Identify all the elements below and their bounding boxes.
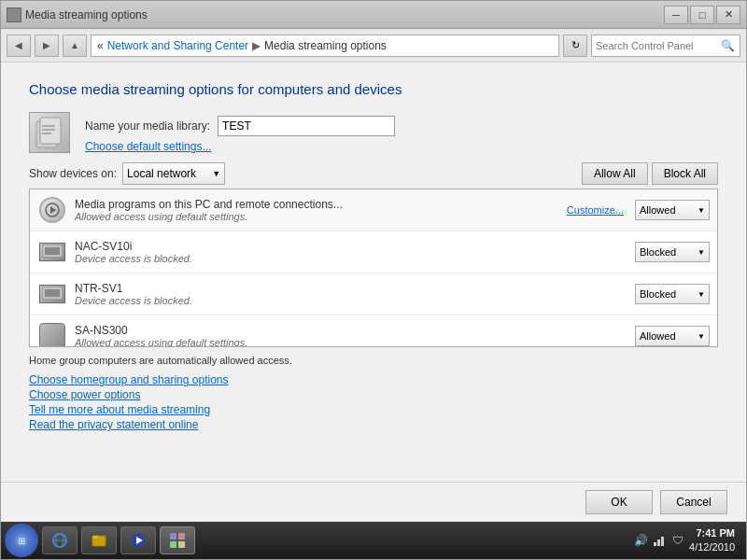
taskbar-ie-button[interactable] <box>42 526 78 554</box>
devices-header-row: Show devices on: Local network ▼ Allow A… <box>29 162 718 185</box>
table-row: SA-NS300 Allowed access using default se… <box>30 315 717 347</box>
page-title: Choose media streaming options for compu… <box>29 81 718 97</box>
device-status-text-1: Device access is blocked. <box>75 253 627 264</box>
window-title: Media streaming options <box>25 8 148 21</box>
back-button[interactable]: ◀ <box>7 35 31 57</box>
main-content: Choose media streaming options for compu… <box>1 63 746 482</box>
status-dropdown-0[interactable]: Allowed ▼ <box>635 200 710 220</box>
forward-button[interactable]: ▶ <box>35 35 59 57</box>
devices-select-arrow: ▼ <box>212 169 220 178</box>
library-name-label: Name your media library: <box>85 119 210 133</box>
link-more-info[interactable]: Tell me more about media streaming <box>29 403 718 416</box>
search-box: 🔍 <box>591 35 740 57</box>
status-dropdown-1[interactable]: Blocked ▼ <box>635 242 710 262</box>
windows-logo-icon: ⊞ <box>13 532 30 549</box>
svg-rect-8 <box>45 247 60 255</box>
taskbar: ⊞ <box>1 522 746 559</box>
network-icon[interactable] <box>652 533 667 548</box>
library-icon <box>29 112 74 157</box>
ok-button[interactable]: OK <box>585 490 653 514</box>
link-power[interactable]: Choose power options <box>29 388 718 401</box>
media-player-svg-icon <box>130 532 147 549</box>
status-dropdown-2[interactable]: Blocked ▼ <box>635 284 710 304</box>
cancel-button[interactable]: Cancel <box>660 490 727 514</box>
breadcrumb-network[interactable]: Network and Sharing Center <box>107 39 248 52</box>
device-customize-link[interactable]: Customize... <box>567 204 624 216</box>
window-icon <box>7 7 21 22</box>
status-dropdown-arrow-1: ▼ <box>698 248 705 257</box>
maximize-button[interactable]: □ <box>690 6 714 24</box>
device-icon-0 <box>37 195 67 225</box>
library-row: Name your media library: Choose default … <box>29 112 718 157</box>
svg-rect-18 <box>92 536 98 539</box>
link-privacy[interactable]: Read the privacy statement online <box>29 418 718 431</box>
status-value-2: Blocked <box>640 288 696 300</box>
minimize-button[interactable]: ─ <box>664 6 688 24</box>
allow-all-button[interactable]: Allow All <box>582 162 648 185</box>
homegroup-note: Home group computers are automatically a… <box>29 355 718 366</box>
svg-rect-21 <box>170 533 176 539</box>
device-info-1: NAC-SV10i Device access is blocked. <box>75 240 627 264</box>
refresh-icon: ↻ <box>571 39 580 51</box>
block-all-button[interactable]: Block All <box>652 162 718 185</box>
device-list: Media programs on this PC and remote con… <box>29 189 718 347</box>
svg-rect-23 <box>170 541 176 548</box>
table-row: NAC-SV10i Device access is blocked. Bloc… <box>30 231 717 273</box>
links-section: Choose homegroup and sharing options Cho… <box>29 373 718 431</box>
address-bar: ◀ ▶ ▲ « Network and Sharing Center ▶ Med… <box>1 29 746 63</box>
status-value-1: Blocked <box>640 246 696 258</box>
device-status-text-0: Allowed access using default settings. <box>75 211 559 222</box>
media-player-icon <box>129 531 148 550</box>
ie-icon <box>50 531 69 550</box>
title-controls: ─ □ ✕ <box>664 6 740 24</box>
svg-rect-10 <box>45 289 60 297</box>
control-panel-icon <box>168 531 187 550</box>
search-icon: 🔍 <box>721 39 735 52</box>
safety-icon[interactable]: 🛡 <box>670 533 685 548</box>
library-icon-img <box>29 112 70 153</box>
library-name-row: Name your media library: <box>85 116 395 136</box>
library-name-input[interactable] <box>218 116 395 136</box>
refresh-button[interactable]: ↻ <box>563 35 587 57</box>
taskbar-control-panel-button[interactable] <box>160 526 195 554</box>
svg-rect-26 <box>657 539 660 546</box>
device-rect-svg-2 <box>42 287 63 301</box>
svg-rect-2 <box>42 125 55 127</box>
address-path: « Network and Sharing Center ▶ Media str… <box>91 35 559 57</box>
status-value-3: Allowed <box>640 330 696 342</box>
status-dropdown-3[interactable]: Allowed ▼ <box>635 326 710 346</box>
title-bar: Media streaming options ─ □ ✕ <box>1 1 746 29</box>
start-button[interactable]: ⊞ <box>5 524 38 557</box>
explorer-svg-icon <box>91 532 107 549</box>
svg-rect-4 <box>42 133 51 134</box>
default-settings-link[interactable]: Choose default settings... <box>85 140 395 153</box>
media-icon <box>45 203 60 217</box>
device-rect-icon-2 <box>39 285 65 303</box>
device-info-0: Media programs on this PC and remote con… <box>75 198 559 222</box>
status-dropdown-arrow-2: ▼ <box>698 290 705 299</box>
volume-icon[interactable]: 🔊 <box>633 533 648 548</box>
device-name-2: NTR-SV1 <box>75 282 627 295</box>
close-button[interactable]: ✕ <box>716 6 740 24</box>
taskbar-media-button[interactable] <box>120 526 156 554</box>
device-icon-1 <box>37 237 67 267</box>
device-name-1: NAC-SV10i <box>75 240 627 253</box>
taskbar-explorer-button[interactable] <box>81 526 117 554</box>
up-button[interactable]: ▲ <box>63 35 87 57</box>
table-row: NTR-SV1 Device access is blocked. Blocke… <box>30 273 717 315</box>
search-input[interactable] <box>596 40 717 51</box>
main-window: Media streaming options ─ □ ✕ ◀ ▶ ▲ « Ne… <box>0 0 747 560</box>
device-rect-svg-1 <box>42 245 63 259</box>
svg-rect-22 <box>178 533 185 539</box>
link-homegroup[interactable]: Choose homegroup and sharing options <box>29 373 718 386</box>
svg-rect-27 <box>661 537 664 546</box>
status-dropdown-arrow-3: ▼ <box>698 332 705 341</box>
svg-text:⊞: ⊞ <box>18 536 25 546</box>
devices-select[interactable]: Local network ▼ <box>122 162 225 185</box>
clock-time: 7:41 PM <box>689 526 735 540</box>
device-icon-3 <box>37 321 67 347</box>
device-rect-icon-1 <box>39 243 65 261</box>
explorer-icon <box>90 531 108 550</box>
device-info-3: SA-NS300 Allowed access using default se… <box>75 324 627 347</box>
device-round-icon-3 <box>39 323 65 347</box>
